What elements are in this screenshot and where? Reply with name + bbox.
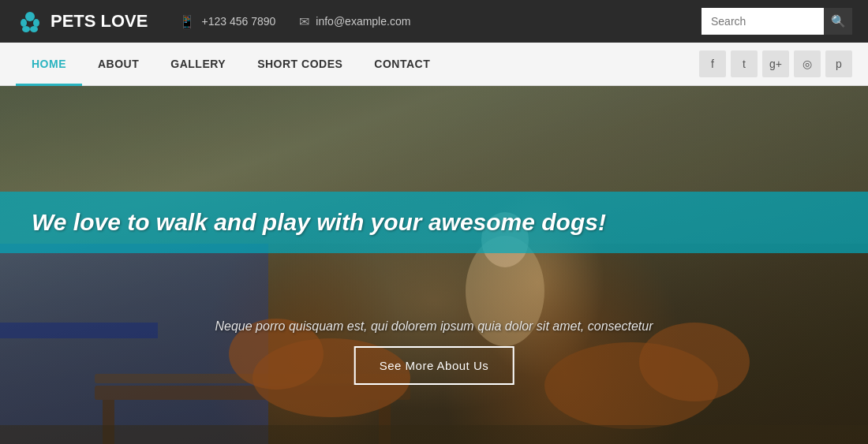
phone-number: +123 456 7890 <box>201 15 275 28</box>
svg-point-5 <box>30 26 38 32</box>
svg-point-2 <box>21 19 27 27</box>
google-plus-icon[interactable]: g+ <box>762 50 789 77</box>
logo-icon <box>16 7 44 35</box>
hero-image-overlay <box>0 86 868 444</box>
email-address: info@example.com <box>316 15 410 28</box>
dribbble-icon[interactable]: ◎ <box>794 50 821 77</box>
hero-subtitle: Neque porro quisquam est, qui dolorem ip… <box>0 319 868 334</box>
see-more-button[interactable]: See More About Us <box>354 346 514 385</box>
nav-item-gallery[interactable]: GALLERY <box>155 43 241 86</box>
email-icon: ✉ <box>299 14 309 29</box>
svg-point-3 <box>33 19 39 27</box>
email-contact: ✉ info@example.com <box>299 14 410 29</box>
nav-item-short-codes[interactable]: SHORT CODES <box>241 43 358 86</box>
nav-bar: HOME ABOUT GALLERY SHORT CODES CONTACT f… <box>0 43 868 86</box>
twitter-icon[interactable]: t <box>731 50 758 77</box>
nav-item-home[interactable]: HOME <box>16 43 82 86</box>
phone-icon: 📱 <box>179 14 195 29</box>
pinterest-icon[interactable]: p <box>825 50 852 77</box>
nav-item-contact[interactable]: CONTACT <box>358 43 446 86</box>
search-wrapper: 🔍 <box>702 8 852 35</box>
phone-contact: 📱 +123 456 7890 <box>179 14 275 29</box>
nav-item-about[interactable]: ABOUT <box>82 43 155 86</box>
search-button[interactable]: 🔍 <box>824 8 852 35</box>
top-bar: PETS LOVE 📱 +123 456 7890 ✉ info@example… <box>0 0 868 43</box>
hero-banner: We love to walk and play with your aweso… <box>0 192 868 253</box>
logo: PETS LOVE <box>16 7 148 35</box>
svg-point-1 <box>25 12 35 21</box>
contact-info: 📱 +123 456 7890 ✉ info@example.com <box>179 14 702 29</box>
social-icons: f t g+ ◎ p <box>699 50 852 77</box>
search-input[interactable] <box>702 8 824 35</box>
logo-text: PETS LOVE <box>51 11 148 32</box>
hero-section: We love to walk and play with your aweso… <box>0 86 868 444</box>
nav-links: HOME ABOUT GALLERY SHORT CODES CONTACT <box>16 43 699 86</box>
hero-title: We love to walk and play with your aweso… <box>32 209 606 235</box>
facebook-icon[interactable]: f <box>699 50 726 77</box>
svg-point-4 <box>22 26 30 32</box>
